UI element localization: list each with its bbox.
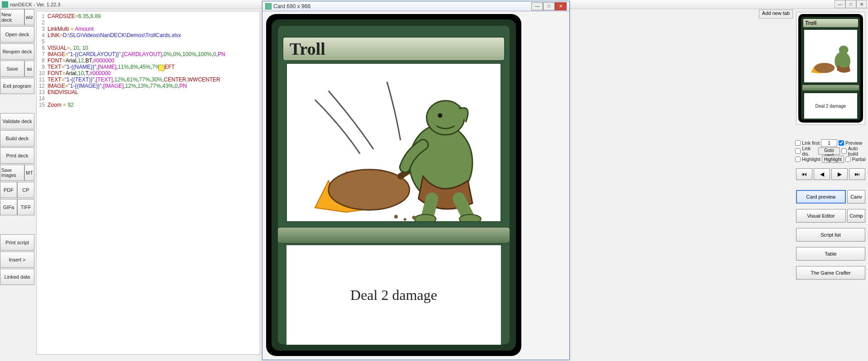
print-deck-button[interactable]: Print deck [0,147,34,164]
highlight-checkbox[interactable] [795,157,801,162]
app-icon [2,1,8,8]
preview-checkbox[interactable] [839,140,844,146]
minimize-button[interactable]: — [835,0,845,8]
options-panel: Link first Preview Link dis. Goto card A… [795,139,866,164]
comp-button[interactable]: Comp [847,209,865,223]
card-text: Deal 2 damage [350,287,437,304]
auto-build-checkbox[interactable] [841,148,847,154]
card-minimize-button[interactable]: — [531,2,543,10]
left-sidebar: New deckwiz Open deck Reopen deck Saveas… [0,9,35,286]
mouse-cursor-icon [158,65,165,71]
code-editor[interactable]: 1CARDSIZE=6.35,8.8923LinkMulti = Amount4… [36,11,260,355]
partial-label: Partial [852,157,866,162]
new-deck-button[interactable]: New deck [0,9,24,25]
preview-label: Preview [845,140,862,146]
card-art [286,63,501,222]
card-divider [278,227,510,244]
right-panel: Troll Deal 2 damage Link first Preview [793,9,868,360]
app-title: nanDECK - Ver. 1.22.3 [10,2,60,7]
link-dis-checkbox[interactable] [795,148,801,154]
pdf-button[interactable]: PDF [0,182,17,198]
card-text-box: Deal 2 damage [286,245,501,345]
wiz-button[interactable]: wiz [24,9,34,25]
highlight-label: Highlight [802,157,820,162]
troll-illustration [287,64,501,221]
table-button[interactable]: Table [796,247,865,261]
build-deck-button[interactable]: Build deck [0,130,34,147]
save-button[interactable]: Save [0,61,24,77]
svg-point-5 [438,113,442,118]
script-list-button[interactable]: Script list [796,228,865,242]
thumb-text: Deal 2 damage [804,93,858,119]
cp-button[interactable]: CP [17,182,34,198]
maximize-button[interactable]: □ [845,0,856,8]
card-preview-button[interactable]: Card preview [796,190,846,204]
auto-build-label: Auto build [848,146,866,157]
card-name: Troll [290,39,325,59]
save-as-button[interactable]: as [24,61,34,77]
card-maximize-button[interactable]: □ [543,2,555,10]
card-window-title: Card 690 x 966 [273,3,310,10]
card-window-icon [265,3,272,10]
card-close-button[interactable]: ✕ [555,2,567,10]
tiff-button[interactable]: TIFF [17,199,34,215]
thumb-art [804,29,858,83]
insert-button[interactable]: Insert > [0,252,34,268]
svg-point-8 [394,215,398,218]
svg-point-12 [814,63,835,73]
reopen-deck-button[interactable]: Reopen deck [0,43,34,60]
validate-deck-button[interactable]: Validate deck [0,113,34,129]
gifa-button[interactable]: GIFa [0,199,17,215]
svg-point-7 [459,214,481,221]
nav-last-button[interactable]: ⏭ [849,168,865,180]
card-title-banner: Troll [282,37,505,61]
link-first-label: Link first [802,140,820,146]
thumb-title: Troll [803,19,858,28]
svg-point-1 [329,170,410,210]
svg-point-6 [415,214,436,221]
link-first-checkbox[interactable] [795,140,801,146]
svg-point-10 [412,216,416,219]
close-button[interactable]: ✕ [856,0,867,8]
card-number-input[interactable] [821,139,837,147]
nav-row: ⏮ ◀ ▶ ⏭ [796,168,865,180]
add-new-tab-button[interactable]: Add new tab [759,10,793,19]
nav-first-button[interactable]: ⏮ [796,168,812,180]
svg-point-14 [839,46,849,54]
open-deck-button[interactable]: Open deck [0,26,34,43]
card-thumbnail[interactable]: Troll Deal 2 damage [796,12,865,125]
card-canvas: Troll [266,14,521,356]
svg-point-4 [427,101,465,135]
save-images-button[interactable]: Save images [0,165,24,181]
goto-card-button[interactable]: Goto card [818,147,840,155]
card-window: Card 690 x 966 — □ ✕ Troll [262,1,570,360]
svg-point-9 [404,218,406,221]
exit-button[interactable]: Exit program [0,78,34,94]
highlight-button[interactable]: Highlight [822,156,844,163]
linked-data-button[interactable]: Linked data [0,269,34,285]
game-crafter-button[interactable]: The Game Crafter [796,266,865,280]
card-titlebar[interactable]: Card 690 x 966 — □ ✕ [262,1,569,11]
print-script-button[interactable]: Print script [0,234,34,251]
visual-editor-button[interactable]: Visual Editor [796,209,846,223]
link-dis-label: Link dis. [802,146,817,157]
canv-button[interactable]: Canv [847,190,865,204]
partial-checkbox[interactable] [845,157,851,162]
nav-next-button[interactable]: ▶ [831,168,848,180]
nav-prev-button[interactable]: ◀ [814,168,830,180]
mt-button[interactable]: MT [24,165,34,181]
